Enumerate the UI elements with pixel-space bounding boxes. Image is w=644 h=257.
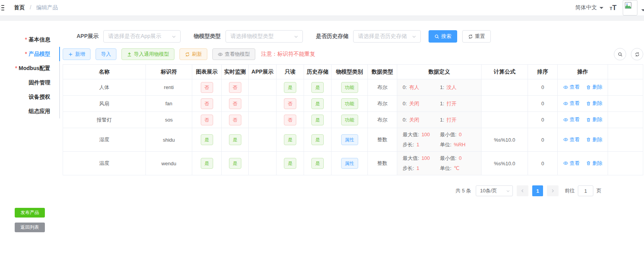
cell-filler	[608, 96, 643, 112]
language-selector[interactable]: 简体中文	[575, 4, 603, 11]
view-link-label: 查看	[570, 116, 580, 123]
sidebar-item-产品模型[interactable]: *产品模型	[0, 47, 61, 61]
definition-value: 没人	[446, 84, 456, 90]
delete-link[interactable]: 删除	[586, 160, 603, 167]
column-header: 物模型类别	[331, 65, 368, 79]
cell-sort: 0	[528, 152, 558, 175]
sidebar-item-组态应用[interactable]: 组态应用	[0, 104, 61, 118]
sidebar-item-基本信息[interactable]: *基本信息	[0, 33, 61, 47]
add-button[interactable]: 新增	[63, 48, 91, 60]
view-link[interactable]: 查看	[563, 100, 580, 107]
font-size-button[interactable]: TT	[610, 4, 617, 12]
status-badge: 是	[311, 98, 324, 109]
active-tab-indicator	[59, 47, 60, 61]
search-toggle-button[interactable]	[614, 48, 626, 60]
caret-down-icon	[600, 7, 603, 11]
cell-actions: 查看删除	[558, 128, 608, 152]
status-badge: 是	[201, 158, 213, 169]
chevron-down-icon	[171, 34, 176, 39]
status-badge: 功能	[341, 115, 358, 125]
filter-app-display: APP展示 请选择是否在App展示	[77, 30, 181, 43]
caret-down-icon[interactable]	[641, 9, 644, 13]
tabs-divider-line	[59, 61, 60, 118]
prev-page-button[interactable]	[517, 185, 528, 196]
definition-value: 0	[459, 155, 461, 161]
back-to-list-button[interactable]: 返回列表	[15, 223, 45, 232]
cell-readonly: 是	[277, 79, 304, 96]
table-row: 报警灯sos否否否是功能布尔0:关闭1:打开0查看删除	[63, 112, 643, 128]
breadcrumb-separator: /	[30, 4, 31, 10]
definition-value: 有人	[409, 84, 419, 90]
cell-actions: 查看删除	[558, 112, 608, 128]
definition-label: 最大值:	[403, 132, 419, 137]
breadcrumb-home[interactable]: 首页	[14, 4, 25, 10]
delete-link[interactable]: 删除	[586, 116, 603, 123]
refresh-icon	[185, 52, 190, 57]
definition-value: 100	[422, 132, 430, 137]
sidebar-item-设备授权[interactable]: 设备授权	[0, 90, 61, 104]
delete-link[interactable]: 删除	[586, 100, 603, 107]
sidebar-item-label: 产品模型	[29, 51, 50, 57]
data-definition-item: 最大值:100	[403, 131, 440, 138]
trash-icon	[586, 101, 591, 106]
history-storage-select[interactable]: 请选择是否历史存储	[353, 30, 421, 43]
trash-icon	[586, 161, 591, 166]
column-header: 数据定义	[397, 65, 482, 79]
page-size-value: 10条/页	[480, 187, 497, 194]
view-link-label: 查看	[570, 100, 580, 107]
app-display-select[interactable]: 请选择是否在App展示	[103, 30, 181, 43]
cell-readonly: 否	[277, 112, 304, 128]
view-link[interactable]: 查看	[563, 160, 580, 167]
eye-icon	[563, 101, 568, 106]
product-model-panel: APP展示 请选择是否在App展示 物模型类型 请选择物模型类型 是否历史存储 …	[61, 21, 644, 196]
view-link[interactable]: 查看	[563, 84, 580, 91]
cell-data-definition: 最大值:100最小值:0步长:1单位:%RH	[397, 128, 482, 152]
import-common-model-button[interactable]: 导入通用物模型	[121, 48, 174, 60]
cell-app-display	[249, 96, 277, 112]
sidebar-collapse-icon[interactable]	[0, 3, 6, 12]
cell-data-type: 布尔	[368, 96, 397, 112]
status-badge: 否	[229, 115, 241, 125]
sidebar-item-固件管理[interactable]: 固件管理	[0, 75, 61, 90]
search-button[interactable]: 搜索	[429, 30, 457, 43]
refresh-icon	[468, 34, 473, 39]
definition-value: ℃	[454, 165, 460, 171]
cell-app-display	[249, 152, 277, 175]
next-page-button[interactable]	[547, 185, 559, 196]
goto-page-input[interactable]	[578, 185, 593, 196]
definition-label: 最小值:	[440, 155, 457, 161]
search-icon	[434, 34, 439, 39]
refresh-button[interactable]: 刷新	[179, 48, 207, 60]
definition-value: 100	[422, 155, 430, 161]
status-badge: 是	[284, 134, 296, 145]
cell-filler	[608, 128, 643, 152]
view-link[interactable]: 查看	[563, 136, 580, 143]
definition-value: 打开	[446, 117, 456, 123]
cell-chart-display: 否	[192, 112, 222, 128]
data-definition-item: 最大值:100	[403, 155, 440, 162]
view-model-button[interactable]: 查看物模型	[212, 48, 255, 60]
delete-link-label: 删除	[593, 160, 603, 167]
table-header-row: 名称标识符图表展示实时监测APP展示只读历史存储物模型类别数据类型数据定义计算公…	[63, 65, 643, 79]
page-size-select[interactable]: 10条/页	[476, 185, 513, 196]
data-definition-item: 步长:1	[403, 165, 440, 172]
refresh-table-button[interactable]	[631, 48, 643, 60]
cell-history: 是	[304, 96, 331, 112]
delete-link[interactable]: 删除	[586, 84, 603, 91]
add-button-label: 新增	[75, 51, 85, 58]
table-row: 温度wendu是是是是属性整数最大值:100最小值:0步长:1单位:℃%s%10…	[63, 152, 643, 175]
upload-icon	[127, 52, 132, 57]
data-definition-item: 1:打开	[440, 117, 478, 123]
data-definition-item: 单位:℃	[440, 165, 478, 172]
avatar[interactable]	[623, 0, 637, 15]
reset-button[interactable]: 重置	[462, 30, 491, 43]
current-page-button[interactable]: 1	[532, 185, 543, 196]
delete-link[interactable]: 删除	[586, 136, 603, 143]
cell-identifier: fan	[146, 96, 192, 112]
model-type-select[interactable]: 请选择物模型类型	[225, 30, 303, 43]
view-link[interactable]: 查看	[563, 116, 580, 123]
status-badge: 是	[201, 134, 213, 145]
publish-product-button[interactable]: 发布产品	[15, 208, 45, 218]
sidebar-item-Modbus配置[interactable]: *Modbus配置	[0, 61, 61, 75]
import-button[interactable]: 导入	[96, 48, 116, 60]
